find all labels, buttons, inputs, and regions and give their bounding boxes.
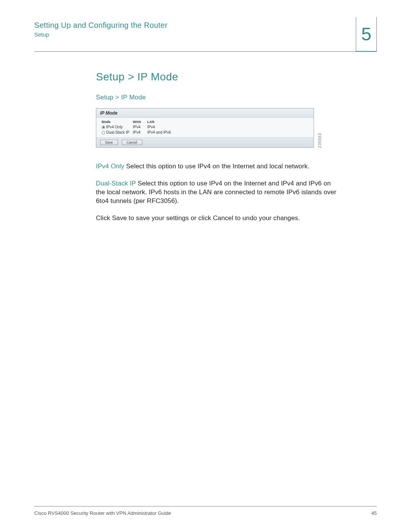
col-header-lan: LAN xyxy=(147,119,178,125)
image-id: 235583 xyxy=(318,133,322,148)
lan-value: IPv4 xyxy=(147,125,178,130)
wan-value: IPv4 xyxy=(133,125,147,130)
table-row: IPv4 Only IPv4 IPv4 xyxy=(102,125,310,130)
chapter-number: 5 xyxy=(361,25,371,43)
page-footer: Cisco RVS4000 Security Router with VPN A… xyxy=(34,506,377,516)
mode-label: IPv4 Only xyxy=(106,125,123,129)
col-header-wan: WAN xyxy=(133,119,147,125)
chapter-title: Setting Up and Configuring the Router xyxy=(34,21,167,30)
ui-screenshot: IP Mode Mode WAN LAN IPv4 Only IPv4 IPv4 xyxy=(96,108,320,148)
radio-ipv4-only[interactable] xyxy=(102,126,105,129)
page-title: Setup > IP Mode xyxy=(96,71,339,83)
col-header-mode: Mode xyxy=(102,119,133,125)
chapter-number-box: 5 xyxy=(356,17,377,51)
section-name: Setup xyxy=(34,31,167,38)
table-row: Dual-Stack IP IPv4 IPv4 and IPv6 xyxy=(102,130,310,135)
paragraph: IPv4 Only Select this option to use IPv4… xyxy=(96,162,339,171)
term-ipv4-only: IPv4 Only xyxy=(96,163,124,170)
paragraph-text: Select this option to use IPv4 on the In… xyxy=(124,163,310,170)
radio-dual-stack[interactable] xyxy=(102,131,105,134)
mode-label: Dual-Stack IP xyxy=(106,130,129,134)
term-dual-stack: Dual-Stack IP xyxy=(96,180,136,187)
save-button[interactable]: Save xyxy=(100,140,118,145)
footer-page-number: 45 xyxy=(371,510,377,516)
ip-mode-table: Mode WAN LAN IPv4 Only IPv4 IPv4 Dual-St… xyxy=(96,118,314,138)
paragraph: Click Save to save your settings or clic… xyxy=(96,214,339,223)
page-header: Setting Up and Configuring the Router Se… xyxy=(34,21,377,50)
button-bar: Save Cancel xyxy=(96,138,314,147)
lan-value: IPv4 and IPv6 xyxy=(147,130,178,135)
paragraph: Dual-Stack IP Select this option to use … xyxy=(96,179,339,206)
content-area: Setup > IP Mode Setup > IP Mode IP Mode … xyxy=(96,52,339,223)
page-subtitle: Setup > IP Mode xyxy=(96,94,339,101)
footer-guide-name: Cisco RVS4000 Security Router with VPN A… xyxy=(34,510,171,516)
panel-title: IP Mode xyxy=(96,109,314,118)
cancel-button[interactable]: Cancel xyxy=(122,140,142,145)
wan-value: IPv4 xyxy=(133,130,147,135)
